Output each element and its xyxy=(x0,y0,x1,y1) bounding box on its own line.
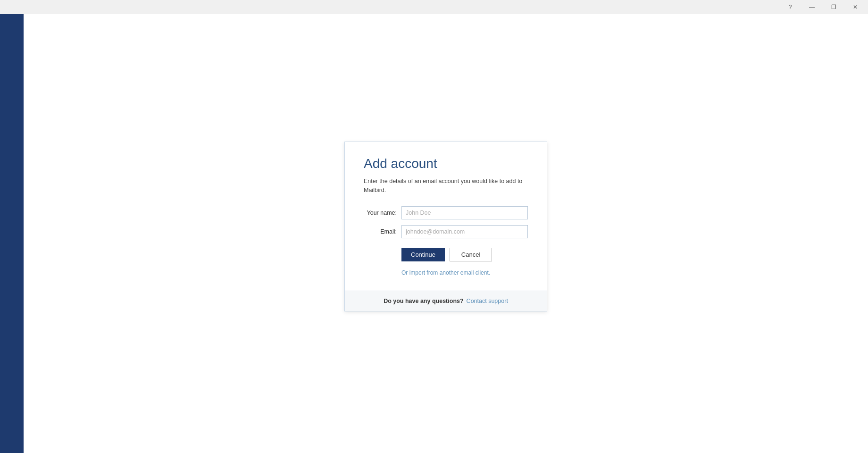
email-label: Email: xyxy=(364,228,401,235)
footer-question: Do you have any questions? xyxy=(384,298,463,304)
dialog-title: Add account xyxy=(364,156,528,171)
email-input[interactable] xyxy=(401,225,528,238)
name-form-row: Your name: xyxy=(364,206,528,219)
dialog-body: Add account Enter the details of an emai… xyxy=(345,142,547,291)
email-form-row: Email: xyxy=(364,225,528,238)
import-link-row: Or import from another email client. xyxy=(401,268,528,277)
main-content: Add account Enter the details of an emai… xyxy=(24,0,868,453)
name-label: Your name: xyxy=(364,210,401,216)
continue-button[interactable]: Continue xyxy=(401,248,445,261)
add-account-dialog: Add account Enter the details of an emai… xyxy=(344,142,547,311)
help-button[interactable]: ? xyxy=(779,0,801,14)
buttons-row: Continue Cancel xyxy=(401,248,528,261)
title-bar: ? — ❐ ✕ xyxy=(0,0,868,14)
dialog-subtitle: Enter the details of an email account yo… xyxy=(364,177,528,195)
maximize-button[interactable]: ❐ xyxy=(823,0,844,14)
sidebar xyxy=(0,0,24,453)
name-input[interactable] xyxy=(401,206,528,219)
close-button[interactable]: ✕ xyxy=(844,0,866,14)
contact-support-link[interactable]: Contact support xyxy=(467,298,508,304)
cancel-button[interactable]: Cancel xyxy=(450,248,492,261)
dialog-footer: Do you have any questions? Contact suppo… xyxy=(345,291,547,311)
import-link[interactable]: Or import from another email client. xyxy=(401,269,490,276)
minimize-button[interactable]: — xyxy=(801,0,823,14)
